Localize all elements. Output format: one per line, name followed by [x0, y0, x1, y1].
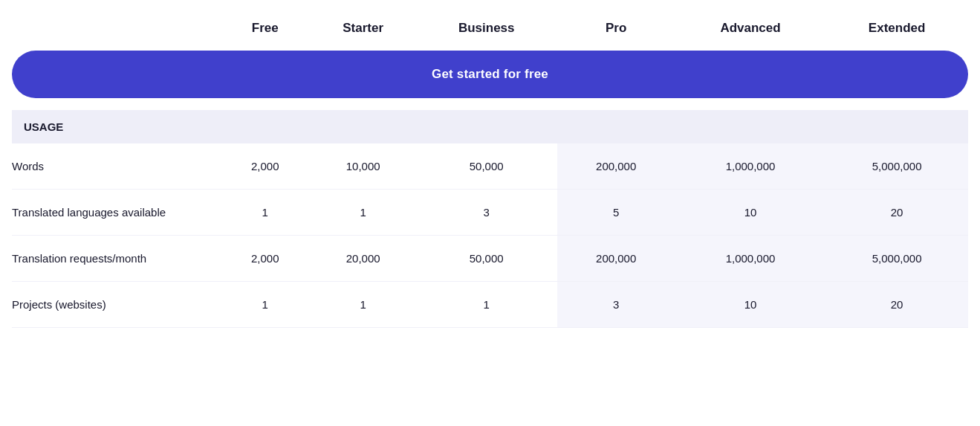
plan-header-pro: Pro — [557, 15, 675, 51]
row-value-langs-free: 1 — [220, 190, 310, 236]
row-value-requests-extended: 5,000,000 — [825, 236, 968, 282]
comparison-table: Free Starter Business Pro Advanced Exten… — [12, 15, 968, 328]
header-row: Free Starter Business Pro Advanced Exten… — [12, 15, 968, 51]
row-value-projects-pro: 3 — [557, 282, 675, 328]
usage-section-header: USAGE — [12, 110, 968, 143]
row-value-requests-advanced: 1,000,000 — [675, 236, 825, 282]
row-value-projects-free: 1 — [220, 282, 310, 328]
row-value-langs-advanced: 10 — [675, 190, 825, 236]
table-row: Words 2,000 10,000 50,000 200,000 1,000,… — [12, 143, 968, 190]
get-started-button[interactable]: Get started for free — [12, 51, 968, 98]
row-value-langs-extended: 20 — [825, 190, 968, 236]
row-value-words-advanced: 1,000,000 — [675, 143, 825, 190]
row-value-langs-business: 3 — [416, 190, 557, 236]
row-value-words-starter: 10,000 — [310, 143, 415, 190]
plan-header-extended: Extended — [825, 15, 968, 51]
table-row: Projects (websites) 1 1 1 3 10 20 — [12, 282, 968, 328]
row-value-langs-pro: 5 — [557, 190, 675, 236]
row-value-words-free: 2,000 — [220, 143, 310, 190]
cta-row: Get started for free — [12, 51, 968, 110]
plan-header-starter: Starter — [310, 15, 415, 51]
row-value-words-pro: 200,000 — [557, 143, 675, 190]
row-value-words-business: 50,000 — [416, 143, 557, 190]
usage-section-label: USAGE — [12, 110, 968, 143]
plan-header-advanced: Advanced — [675, 15, 825, 51]
row-value-words-extended: 5,000,000 — [825, 143, 968, 190]
empty-header-cell — [12, 15, 220, 51]
row-value-requests-free: 2,000 — [220, 236, 310, 282]
plan-header-free: Free — [220, 15, 310, 51]
row-value-projects-starter: 1 — [310, 282, 415, 328]
row-label-translation-requests: Translation requests/month — [12, 236, 220, 282]
row-value-projects-advanced: 10 — [675, 282, 825, 328]
row-value-requests-business: 50,000 — [416, 236, 557, 282]
table-row: Translation requests/month 2,000 20,000 … — [12, 236, 968, 282]
row-label-translated-languages: Translated languages available — [12, 190, 220, 236]
page-container: Free Starter Business Pro Advanced Exten… — [0, 0, 980, 343]
row-value-projects-business: 1 — [416, 282, 557, 328]
plan-header-business: Business — [416, 15, 557, 51]
row-value-projects-extended: 20 — [825, 282, 968, 328]
row-label-projects: Projects (websites) — [12, 282, 220, 328]
row-value-requests-starter: 20,000 — [310, 236, 415, 282]
row-label-words: Words — [12, 143, 220, 190]
row-value-requests-pro: 200,000 — [557, 236, 675, 282]
table-row: Translated languages available 1 1 3 5 1… — [12, 190, 968, 236]
row-value-langs-starter: 1 — [310, 190, 415, 236]
